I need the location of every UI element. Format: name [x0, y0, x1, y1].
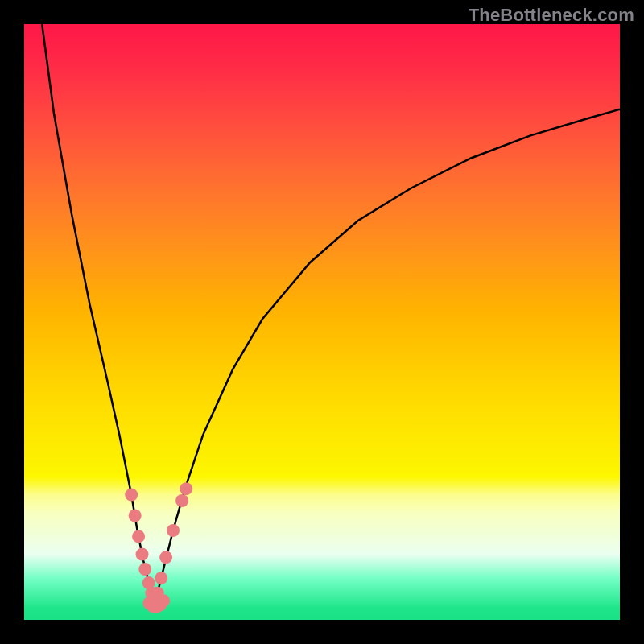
chart-frame [24, 24, 620, 620]
data-point [132, 530, 145, 543]
data-point [180, 482, 192, 495]
data-point [167, 524, 180, 537]
chart-svg [24, 24, 620, 620]
curve-right [155, 109, 620, 602]
data-point [138, 563, 151, 576]
data-point [175, 494, 188, 507]
watermark-text: TheBottleneck.com [469, 5, 634, 26]
data-point [159, 551, 172, 564]
data-point [157, 594, 170, 607]
data-point [136, 548, 149, 561]
data-point [129, 510, 142, 522]
data-points [125, 482, 192, 613]
data-point [125, 489, 138, 502]
data-point [155, 572, 167, 584]
